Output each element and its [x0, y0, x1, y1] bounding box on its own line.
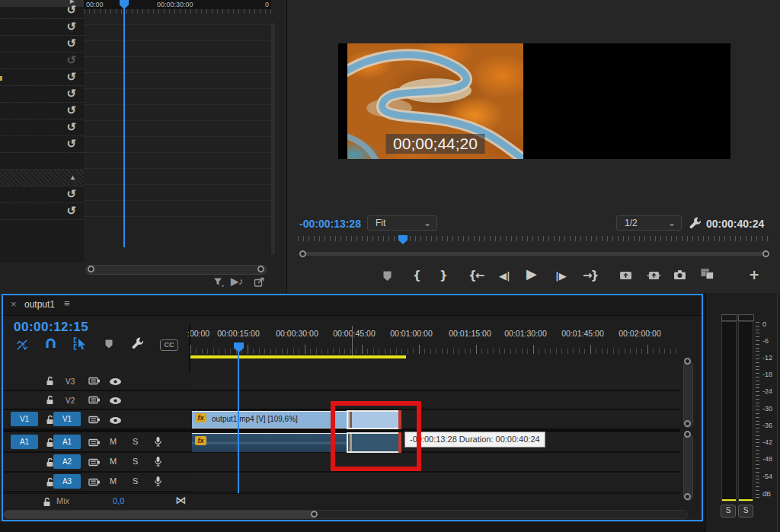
source-patch-a1[interactable]: A1	[11, 435, 38, 449]
linked-selection-icon[interactable]	[73, 337, 87, 350]
source-patch-v1[interactable]: V1	[11, 412, 38, 426]
export-icon[interactable]	[254, 276, 265, 288]
track-lane-a3[interactable]	[190, 473, 680, 492]
mix-value[interactable]: 0,0	[113, 496, 124, 505]
monitor-zoom-scrollbar[interactable]	[302, 252, 766, 256]
reset-parameter-icon[interactable]: ↺	[66, 138, 76, 150]
reset-parameter-icon[interactable]: ↺	[66, 21, 76, 33]
track-target-a2[interactable]: A2	[53, 454, 81, 469]
step-forward-icon[interactable]: |▶	[555, 269, 567, 284]
timeline-playhead-timecode[interactable]: 00:00:12:15	[14, 320, 88, 335]
mute-track-button[interactable]: M	[110, 437, 117, 446]
scrollbar-bottom-handle[interactable]	[684, 420, 691, 427]
export-frame-camera-icon[interactable]	[673, 269, 686, 280]
timeline-ruler-ticks[interactable]	[190, 342, 680, 354]
close-tab-icon[interactable]: ×	[11, 298, 17, 310]
lock-icon[interactable]	[46, 376, 54, 386]
sync-lock-icon[interactable]	[88, 376, 101, 386]
keyframe-bowtie-icon[interactable]: ⋈	[175, 494, 186, 506]
reset-parameter-icon[interactable]: ↺	[66, 37, 76, 49]
track-lane-v2[interactable]	[190, 391, 680, 410]
reset-parameter-icon[interactable]: ↺	[66, 104, 76, 116]
reset-parameter-icon[interactable]: ↺	[66, 188, 76, 200]
solo-right-button[interactable]: S	[738, 505, 753, 518]
panel-menu-icon[interactable]: ≡	[64, 298, 70, 309]
scrollbar-bottom-handle[interactable]	[684, 493, 691, 500]
go-to-in-icon[interactable]: {←	[468, 268, 483, 283]
zoom-level-select[interactable]: Fit ⌄	[367, 215, 437, 231]
fx-badge[interactable]: fx	[195, 413, 206, 422]
track-name[interactable]: V3	[66, 377, 75, 386]
sync-lock-icon[interactable]	[88, 395, 101, 405]
voiceover-record-mic-icon[interactable]	[154, 456, 162, 467]
snap-magnet-icon[interactable]	[44, 337, 57, 350]
voiceover-record-mic-icon[interactable]	[154, 436, 162, 448]
video-clip-v1[interactable]: fx output1.mp4 [V] [109,6%]	[192, 411, 347, 428]
sequence-tab-label[interactable]: output1	[24, 299, 55, 310]
monitor-settings-wrench-icon[interactable]	[689, 216, 702, 230]
monitor-playhead-handle[interactable]	[398, 235, 408, 244]
lock-icon[interactable]	[43, 497, 51, 507]
play-icon[interactable]: ▶	[526, 266, 537, 282]
effect-section-collapse-row[interactable]: ▲	[0, 170, 84, 186]
captions-cc-icon[interactable]: CC	[160, 339, 178, 351]
toggle-track-output-eye-icon[interactable]	[109, 397, 122, 405]
sync-lock-icon[interactable]	[88, 438, 101, 448]
nest-sequences-icon[interactable]	[15, 338, 29, 352]
effect-controls-playhead-line[interactable]	[123, 2, 125, 247]
reset-parameter-icon[interactable]: ↺	[66, 4, 76, 16]
effect-controls-zoom-scrollbar[interactable]	[85, 265, 267, 275]
toggle-track-output-eye-icon[interactable]	[109, 416, 122, 425]
reset-parameter-icon[interactable]: ↺	[66, 71, 76, 83]
lock-icon[interactable]	[46, 395, 54, 405]
scrollbar-top-handle[interactable]	[684, 358, 691, 365]
add-marker-icon[interactable]	[382, 270, 392, 282]
playback-resolution-select[interactable]: 1/2 ⌄	[616, 215, 682, 231]
solo-left-button[interactable]: S	[721, 505, 736, 518]
effect-controls-ruler[interactable]: 00:00 00:00:30:00 0	[84, 0, 271, 9]
timeline-horizontal-scrollbar[interactable]	[3, 510, 688, 519]
track-lane-v3[interactable]	[190, 372, 680, 391]
track-target-a3[interactable]: A3	[53, 474, 81, 489]
toggle-track-output-eye-icon[interactable]	[109, 377, 122, 386]
scrollbar-thumb[interactable]	[4, 511, 317, 518]
track-lane-a2[interactable]	[190, 453, 680, 473]
solo-track-button[interactable]: S	[133, 476, 138, 486]
comparison-view-icon[interactable]	[700, 268, 714, 280]
scrollbar-right-handle[interactable]	[257, 266, 264, 272]
audio-clip-a1[interactable]: fx	[192, 433, 347, 452]
mark-out-icon[interactable]: }	[440, 268, 448, 283]
filter-properties-icon[interactable]	[213, 277, 224, 288]
scrollbar-handle[interactable]	[311, 511, 318, 518]
reset-parameter-icon[interactable]: ↺	[66, 205, 76, 217]
extract-icon[interactable]	[647, 269, 661, 281]
scrollbar-top-handle[interactable]	[684, 431, 691, 438]
reset-parameter-icon[interactable]: ↺	[66, 88, 76, 100]
track-name[interactable]: V2	[66, 397, 75, 405]
timeline-playhead-line[interactable]	[238, 344, 239, 505]
work-area-bar[interactable]	[190, 355, 406, 358]
sync-lock-icon[interactable]	[88, 415, 101, 425]
mark-in-icon[interactable]: {	[413, 268, 421, 283]
solo-track-button[interactable]: S	[133, 437, 138, 446]
video-tracks-scrollbar[interactable]	[683, 361, 693, 428]
voiceover-record-mic-icon[interactable]	[154, 476, 162, 487]
monitor-mini-ruler[interactable]	[298, 236, 770, 241]
lift-icon[interactable]	[619, 269, 632, 281]
track-target-a1[interactable]: A1	[53, 435, 81, 449]
fx-badge[interactable]: fx	[195, 436, 206, 445]
timeline-settings-wrench-icon[interactable]	[131, 336, 145, 350]
button-editor-plus-icon[interactable]: +	[749, 267, 759, 282]
step-back-icon[interactable]: ◀|	[499, 269, 510, 284]
mute-track-button[interactable]: M	[110, 457, 117, 466]
sync-lock-icon[interactable]	[88, 477, 101, 487]
play-audio-icon[interactable]: ▶♪	[231, 276, 244, 287]
audio-tracks-scrollbar[interactable]	[683, 434, 693, 501]
sync-lock-icon[interactable]	[88, 457, 101, 467]
playhead-position-timecode[interactable]: -00:00:13:28	[299, 218, 361, 230]
scrollbar-right-handle[interactable]	[762, 250, 769, 257]
reset-parameter-icon[interactable]: ↺	[66, 121, 76, 133]
track-target-v1[interactable]: V1	[53, 412, 81, 426]
vertical-scrollbar[interactable]	[271, 23, 275, 255]
go-to-out-icon[interactable]: →}	[583, 268, 597, 283]
